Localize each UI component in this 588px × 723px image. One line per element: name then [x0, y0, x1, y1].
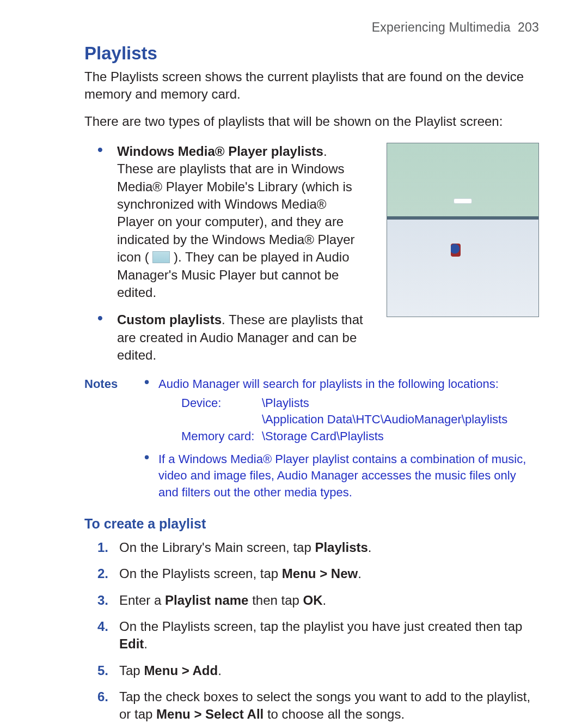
step-3-tail: .: [323, 593, 327, 607]
intro-paragraph-2: There are two types of playlists that wi…: [84, 113, 539, 130]
path-card-value: \Storage Card\Playlists: [262, 428, 384, 445]
note-item-2: If a Windows Media® Player playlist cont…: [144, 451, 539, 501]
custom-playlist-title: Custom playlists: [117, 312, 222, 327]
step-5-tail: .: [218, 663, 222, 678]
step-6-tail: to choose all the songs.: [264, 707, 405, 721]
step-3-text-2: then tap: [248, 593, 303, 607]
step-3: Enter a Playlist name then tap OK.: [97, 592, 539, 609]
note-2-text: If a Windows Media® Player playlist cont…: [158, 452, 526, 499]
wmp-icon: [152, 251, 170, 263]
step-5-bold: Menu > Add: [144, 663, 218, 678]
path-device-value-1: \Playlists: [262, 395, 309, 411]
wmp-playlist-text-1: . These are playlists that are in Window…: [117, 144, 355, 264]
playlist-types-block: Windows Media® Player playlists. These a…: [84, 143, 539, 364]
step-3-bold-2: OK: [303, 593, 323, 607]
chapter-title: Experiencing Multimedia: [372, 20, 511, 34]
path-device-label: Device:: [181, 395, 262, 411]
wmp-playlist-text-2: ). They can be played in Audio Manager's…: [117, 250, 349, 300]
step-1-bold: Playlists: [315, 540, 367, 555]
step-6-bold: Menu > Select All: [156, 707, 264, 721]
notes-list: Audio Manager will search for playlists …: [144, 376, 539, 501]
page-number: 203: [518, 20, 539, 34]
howto-heading: To create a playlist: [84, 515, 539, 533]
playlist-types-list: Windows Media® Player playlists. These a…: [97, 143, 366, 364]
step-3-bold-1: Playlist name: [165, 593, 248, 607]
path-card-label: Memory card:: [181, 428, 262, 445]
running-header: Experiencing Multimedia 203: [84, 19, 539, 36]
step-2-tail: .: [358, 566, 362, 581]
path-device-value-2: \Application Data\HTC\AudioManager\playl…: [262, 411, 507, 428]
step-4-bold: Edit: [119, 636, 144, 651]
step-4: On the Playlists screen, tap the playlis…: [97, 618, 539, 653]
step-5-text: Tap: [119, 663, 144, 678]
step-3-text-1: Enter a: [119, 593, 165, 607]
note-item-1: Audio Manager will search for playlists …: [144, 376, 539, 444]
intro-paragraph-1: The Playlists screen shows the current p…: [84, 68, 539, 104]
howto-steps: On the Library's Main screen, tap Playli…: [97, 539, 539, 723]
screenshot-image: [387, 143, 539, 317]
step-4-text: On the Playlists screen, tap the playlis…: [119, 619, 522, 634]
step-5: Tap Menu > Add.: [97, 662, 539, 679]
wmp-playlist-title: Windows Media® Player playlists: [117, 144, 323, 159]
step-4-tail: .: [144, 636, 148, 651]
playlist-types-text: Windows Media® Player playlists. These a…: [84, 143, 366, 364]
step-1: On the Library's Main screen, tap Playli…: [97, 539, 539, 556]
document-page: Experiencing Multimedia 203 Playlists Th…: [0, 0, 588, 723]
section-heading: Playlists: [84, 41, 539, 66]
step-6: Tap the check boxes to select the songs …: [97, 688, 539, 723]
step-2: On the Playlists screen, tap Menu > New.: [97, 565, 539, 582]
note-1-text: Audio Manager will search for playlists …: [158, 377, 499, 391]
step-2-text: On the Playlists screen, tap: [119, 566, 282, 581]
step-1-text: On the Library's Main screen, tap: [119, 540, 315, 555]
step-1-tail: .: [368, 540, 372, 555]
note-1-paths: Device: \Playlists \Application Data\HTC…: [181, 395, 539, 445]
step-2-bold: Menu > New: [282, 566, 358, 581]
notes-block: Notes Audio Manager will search for play…: [84, 376, 539, 501]
custom-playlist-item: Custom playlists. These are playlists th…: [97, 311, 366, 364]
notes-label: Notes: [84, 376, 144, 501]
wmp-playlist-item: Windows Media® Player playlists. These a…: [97, 143, 366, 302]
